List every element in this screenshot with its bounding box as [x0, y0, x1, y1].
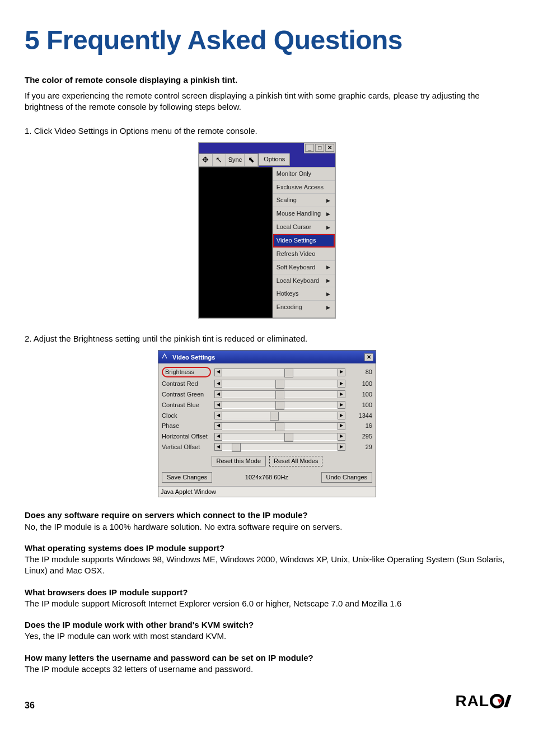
sync-button[interactable]: Sync	[226, 154, 245, 166]
slider-right-button[interactable]: ▶	[338, 433, 345, 441]
page-title: 5 Frequently Asked Questions	[25, 22, 509, 59]
slider-row-contrast-blue: Contrast Blue◀▶100	[162, 400, 372, 410]
slider[interactable]: ◀▶	[214, 368, 345, 376]
slider[interactable]: ◀▶	[214, 380, 345, 388]
slider-thumb[interactable]	[270, 412, 279, 421]
slider-track[interactable]	[222, 401, 338, 409]
slider-value: 16	[349, 422, 372, 430]
slider-track[interactable]	[222, 443, 338, 451]
menu-item-hotkeys[interactable]: Hotkeys▶	[273, 287, 335, 301]
slider-right-button[interactable]: ▶	[338, 422, 345, 430]
move-icon[interactable]: ✥	[199, 154, 213, 166]
menu-item-scaling[interactable]: Scaling▶	[273, 194, 335, 207]
faq-item: Does any software require on servers whi…	[25, 510, 509, 533]
slider-left-button[interactable]: ◀	[214, 422, 222, 430]
dialog-close-button[interactable]: ✕	[364, 353, 373, 361]
slider-left-button[interactable]: ◀	[214, 368, 222, 376]
faq-question: Does any software require on servers whi…	[25, 510, 509, 521]
slider[interactable]: ◀▶	[214, 390, 345, 398]
options-dropdown: Monitor OnlyExclusive AccessScaling▶Mous…	[273, 167, 336, 318]
menu-item-soft-keyboard[interactable]: Soft Keyboard▶	[273, 261, 335, 274]
slider-value: 29	[349, 443, 372, 451]
slider[interactable]: ◀▶	[214, 412, 345, 419]
slider-left-button[interactable]: ◀	[214, 443, 222, 451]
undo-changes-button[interactable]: Undo Changes	[321, 472, 372, 483]
slider-thumb[interactable]	[284, 368, 293, 377]
remote-screen	[199, 167, 273, 318]
slider-left-button[interactable]: ◀	[214, 412, 222, 419]
app-icon	[161, 352, 168, 360]
faq-item: Does the IP module work with other brand…	[25, 619, 509, 642]
brand-logo: RAL	[455, 690, 509, 712]
options-button[interactable]: Options	[259, 153, 290, 166]
pointer-icon[interactable]: ⬉	[245, 154, 258, 166]
menu-item-label: Soft Keyboard	[277, 263, 316, 272]
step-1: 1. Click Video Settings in Options menu …	[25, 125, 509, 137]
slider-right-button[interactable]: ▶	[338, 380, 345, 388]
slider-left-button[interactable]: ◀	[214, 401, 222, 409]
slider[interactable]: ◀▶	[214, 443, 345, 451]
menu-item-label: Monitor Only	[277, 170, 311, 178]
reset-all-modes-button[interactable]: Reset All Modes	[269, 456, 322, 466]
slider[interactable]: ◀▶	[214, 401, 345, 409]
slider-label: Contrast Green	[162, 390, 211, 399]
slider[interactable]: ◀▶	[214, 422, 345, 430]
slider-right-button[interactable]: ▶	[338, 443, 345, 451]
slider-thumb[interactable]	[275, 401, 284, 410]
menu-item-local-cursor[interactable]: Local Cursor▶	[273, 221, 335, 234]
slider-value: 295	[349, 432, 372, 441]
step-2: 2. Adjust the Brightness setting until t…	[25, 333, 509, 344]
slider-thumb[interactable]	[275, 380, 284, 389]
slider-track[interactable]	[222, 380, 338, 388]
slider-track[interactable]	[222, 422, 338, 430]
menu-item-label: Encoding	[277, 303, 302, 311]
menu-item-video-settings[interactable]: Video Settings	[273, 234, 335, 248]
page-number: 36	[25, 699, 35, 712]
slider-label: Clock	[162, 412, 211, 420]
slider-left-button[interactable]: ◀	[214, 390, 222, 398]
slider-right-button[interactable]: ▶	[338, 368, 345, 376]
slider[interactable]: ◀▶	[214, 433, 345, 441]
slider-thumb[interactable]	[275, 422, 284, 431]
cursor-icon[interactable]: ↖	[213, 154, 226, 166]
slider-track[interactable]	[222, 368, 338, 376]
slider-right-button[interactable]: ▶	[338, 401, 345, 409]
menu-item-local-keyboard[interactable]: Local Keyboard▶	[273, 274, 335, 288]
slider-left-button[interactable]: ◀	[214, 380, 222, 388]
slider-track[interactable]	[222, 390, 338, 398]
slider-right-button[interactable]: ▶	[338, 390, 345, 398]
slider-track[interactable]	[222, 433, 338, 441]
menu-item-encoding[interactable]: Encoding▶	[273, 301, 335, 314]
slider-label: Contrast Blue	[162, 401, 211, 409]
close-button[interactable]: ✕	[325, 144, 334, 152]
menu-item-refresh-video[interactable]: Refresh Video	[273, 248, 335, 261]
slider-thumb[interactable]	[232, 443, 241, 452]
intro-heading: The color of remote console displaying a…	[25, 74, 509, 86]
menu-item-mouse-handling[interactable]: Mouse Handling▶	[273, 207, 335, 221]
submenu-arrow-icon: ▶	[326, 291, 330, 297]
maximize-button[interactable]: □	[315, 144, 324, 152]
reset-this-mode-button[interactable]: Reset this Mode	[212, 456, 266, 466]
faq-item: What operating systems does IP module su…	[25, 543, 509, 577]
menu-item-label: Refresh Video	[277, 250, 316, 258]
faq-answer: The IP module support Microsoft Internet…	[25, 598, 509, 609]
submenu-arrow-icon: ▶	[326, 211, 330, 217]
menu-item-label: Mouse Handling	[277, 209, 321, 218]
save-changes-button[interactable]: Save Changes	[162, 472, 212, 483]
dialog-title: Video Settings	[172, 354, 215, 361]
options-menu-figure: _ □ ✕ ✥ ↖ Sync ⬉ Options Monitor OnlyExc…	[198, 142, 336, 319]
faq-item: How many letters the username and passwo…	[25, 652, 509, 675]
slider-right-button[interactable]: ▶	[338, 412, 345, 419]
video-mode-label: 1024x768 60Hz	[245, 473, 288, 482]
slider-thumb[interactable]	[284, 433, 293, 442]
slider-thumb[interactable]	[275, 390, 284, 399]
menu-item-label: Local Cursor	[277, 223, 311, 231]
slider-track[interactable]	[222, 412, 338, 419]
menu-item-exclusive-access[interactable]: Exclusive Access	[273, 181, 335, 194]
submenu-arrow-icon: ▶	[326, 304, 330, 311]
video-settings-dialog: Video Settings ✕ Brightness◀▶80Contrast …	[158, 350, 376, 497]
menu-item-monitor-only[interactable]: Monitor Only	[273, 167, 335, 181]
minimize-button[interactable]: _	[305, 144, 314, 152]
slider-row-horizontal-offset: Horizontal Offset◀▶295	[162, 431, 372, 442]
slider-left-button[interactable]: ◀	[214, 433, 222, 441]
